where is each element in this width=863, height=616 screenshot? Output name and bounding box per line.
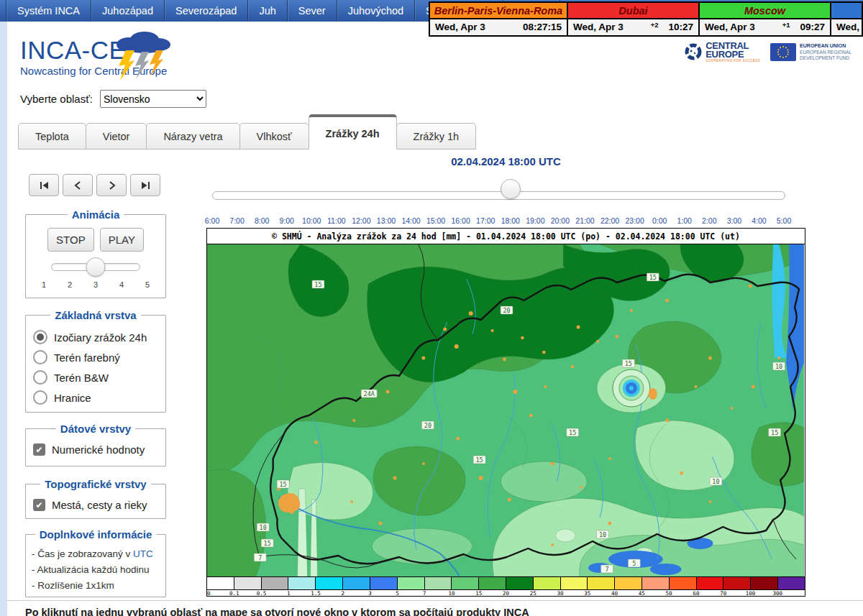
info-line-utc: - Čas je zobrazovaný v UTC bbox=[32, 548, 160, 559]
animation-panel: Animácia STOP PLAY 12345 bbox=[25, 208, 166, 298]
base-layer-option[interactable]: Terén farebný bbox=[33, 350, 160, 364]
svg-text:10: 10 bbox=[599, 531, 606, 538]
colorbar-swatch bbox=[316, 577, 343, 589]
svg-text:24A: 24A bbox=[364, 390, 375, 397]
play-button[interactable]: PLAY bbox=[100, 228, 144, 252]
time-tick: 20:00 bbox=[551, 216, 570, 225]
time-tick: 19:00 bbox=[526, 216, 544, 225]
time-tick: 1:00 bbox=[677, 216, 692, 225]
colorbar-swatch bbox=[534, 577, 561, 589]
clock-city-time: Wed, Apr 3+210:27 bbox=[568, 19, 698, 35]
colorbar-swatch bbox=[234, 577, 262, 589]
time-tick: 8:00 bbox=[255, 216, 269, 225]
colorbar-label: 300 bbox=[772, 590, 782, 597]
clock-city-name: Moscow bbox=[700, 3, 830, 18]
checkbox[interactable]: ✔ bbox=[33, 443, 45, 456]
colorbar-label: 1 bbox=[287, 590, 291, 597]
colorbar-label: 45 bbox=[639, 590, 645, 597]
checkbox[interactable]: ✔ bbox=[33, 499, 45, 511]
speed-label: 1 bbox=[42, 280, 46, 289]
colorbar-swatch bbox=[670, 577, 697, 589]
time-tick: 11:00 bbox=[327, 216, 346, 225]
time-tick: 13:00 bbox=[377, 216, 396, 225]
time-tick: 0:00 bbox=[652, 216, 667, 225]
ce-tagline: COOPERATING FOR SUCCESS bbox=[706, 60, 760, 63]
time-slider-handle[interactable] bbox=[501, 179, 521, 199]
nav-item-juhozápad[interactable]: Juhozápad bbox=[91, 0, 165, 22]
time-slider-track[interactable] bbox=[212, 191, 785, 200]
ce-line2: EUROPE bbox=[706, 50, 760, 59]
storm-cloud-icon bbox=[101, 29, 181, 85]
eu-line3: DEVELOPMENT FUND bbox=[800, 55, 849, 60]
nav-item-sever[interactable]: Sever bbox=[288, 0, 337, 22]
first-frame-button[interactable] bbox=[29, 174, 59, 196]
precip-colorbar bbox=[207, 576, 805, 589]
time-tick: 9:00 bbox=[279, 216, 293, 225]
colorbar-label: 1.5 bbox=[311, 590, 321, 597]
last-frame-button[interactable] bbox=[130, 174, 160, 196]
utc-link[interactable]: UTC bbox=[133, 548, 153, 559]
speed-label: 5 bbox=[145, 280, 150, 289]
radio-button[interactable] bbox=[33, 330, 47, 344]
colorbar-swatch bbox=[697, 577, 724, 589]
previous-frame-button[interactable] bbox=[63, 174, 93, 196]
precipitation-map-graphic: 1520151015152024A15151010757101515 bbox=[207, 244, 804, 576]
time-tick: 15:00 bbox=[426, 216, 445, 225]
data-layers-legend: Dátové vrstvy bbox=[56, 423, 135, 435]
colorbar-label: 0.1 bbox=[229, 590, 239, 597]
info-panel: Doplnkové informácie - Čas je zobrazovan… bbox=[25, 528, 166, 597]
region-select-label: Vyberte oblasť: bbox=[20, 93, 93, 105]
nav-item-juhovýchod[interactable]: Juhovýchod bbox=[337, 0, 415, 22]
layer-checkbox-option[interactable]: ✔Mestá, cesty a rieky bbox=[33, 499, 160, 511]
colorbar-label: 25 bbox=[530, 590, 536, 597]
speed-label: 3 bbox=[93, 280, 98, 289]
speed-slider-handle[interactable] bbox=[86, 257, 106, 277]
nav-item-systém-inca[interactable]: Systém INCA bbox=[6, 0, 91, 22]
colorbar-swatch bbox=[207, 577, 234, 589]
nav-item-severozápad[interactable]: Severozápad bbox=[165, 0, 248, 22]
base-layer-option[interactable]: Izočiary zrážok 24h bbox=[33, 330, 160, 344]
radio-button[interactable] bbox=[33, 390, 47, 405]
base-layer-option[interactable]: Hranice bbox=[33, 390, 160, 405]
colorbar-label: 2 bbox=[342, 590, 345, 597]
precip-colorbar-labels: 00.10.511.523571015202530354045506070100… bbox=[207, 589, 805, 597]
nav-item-juh[interactable]: Juh bbox=[248, 0, 287, 22]
next-frame-button[interactable] bbox=[96, 174, 127, 196]
colorbar-swatch bbox=[588, 577, 615, 589]
svg-text:10: 10 bbox=[712, 478, 719, 485]
colorbar-label: 0 bbox=[207, 590, 211, 597]
speed-slider[interactable] bbox=[51, 257, 140, 276]
svg-text:7: 7 bbox=[258, 554, 262, 561]
radio-button[interactable] bbox=[33, 350, 47, 364]
svg-text:15: 15 bbox=[771, 429, 778, 436]
central-europe-swirl-icon bbox=[684, 42, 703, 61]
eu-line1: EUROPEAN UNION bbox=[800, 43, 846, 48]
region-selector: Vyberte oblasť: Slovensko bbox=[20, 90, 206, 108]
base-layer-option[interactable]: Terén B&W bbox=[33, 370, 160, 385]
base-layer-panel: Základná vrstva Izočiary zrážok 24hTerén… bbox=[25, 309, 166, 413]
svg-text:15: 15 bbox=[649, 274, 657, 281]
svg-text:20: 20 bbox=[424, 422, 432, 429]
time-slider[interactable] bbox=[206, 185, 805, 206]
info-legend: Doplnkové informácie bbox=[35, 528, 157, 541]
time-tick: 4:00 bbox=[752, 216, 766, 225]
colorbar-swatch bbox=[506, 577, 534, 589]
colorbar-swatch bbox=[751, 577, 778, 589]
time-tick: 18:00 bbox=[501, 216, 520, 225]
workspace: Animácia STOP PLAY 12345 Základná vrstva… bbox=[7, 145, 863, 600]
precipitation-map[interactable]: © SHMÚ - Analýza zrážok za 24 hod [mm] -… bbox=[206, 228, 805, 597]
stop-button[interactable]: STOP bbox=[47, 228, 94, 252]
time-tick: 14:00 bbox=[401, 216, 420, 225]
colorbar-swatch bbox=[343, 577, 370, 589]
colorbar-label: 70 bbox=[720, 590, 726, 597]
base-layer-legend: Základná vrstva bbox=[50, 309, 140, 321]
eu-logo: EUROPEAN UNION EUROPEAN REGIONAL DEVELOP… bbox=[770, 43, 851, 61]
radio-button[interactable] bbox=[33, 370, 47, 385]
speed-label: 4 bbox=[119, 280, 124, 289]
speed-labels: 12345 bbox=[42, 280, 150, 289]
clock-city-time: Wed, bbox=[831, 19, 862, 35]
svg-text:20: 20 bbox=[503, 307, 510, 314]
layer-checkbox-option[interactable]: ✔Numerické hodnoty bbox=[33, 443, 160, 456]
region-select[interactable]: Slovensko bbox=[100, 90, 206, 108]
tab-zrážky-24h[interactable]: Zrážky 24h bbox=[309, 114, 397, 150]
